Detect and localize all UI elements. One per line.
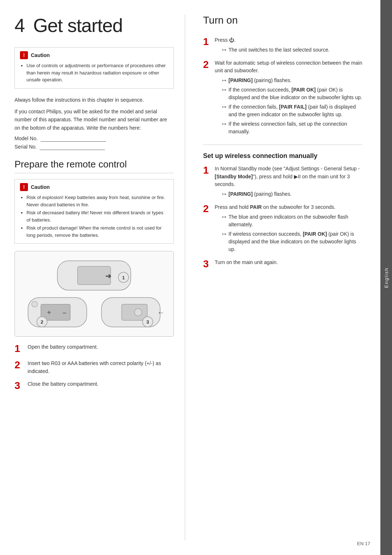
step-2-num: 2 [15, 360, 23, 371]
turn-on-step-2-content: Wait for automatic setup of wireless con… [215, 59, 363, 137]
second-caution-item-1: Risk of explosion! Keep batteries away f… [26, 194, 168, 208]
caution-icon-2: ! [20, 183, 28, 191]
svg-text:−: − [62, 309, 66, 317]
step-2-text: Insert two R03 or AAA batteries with cor… [28, 360, 174, 375]
wireless-section-heading: Set up wireless connection manually [203, 152, 363, 160]
second-caution-list: Risk of explosion! Keep batteries away f… [20, 194, 168, 239]
turn-on-bullet-2-4: ↦ If the wireless connection fails, set … [222, 120, 363, 135]
turn-on-bullet-2-1: ↦ [PAIRING] (pairing) flashes. [222, 77, 363, 84]
wireless-step-1-content: In Normal Standby mode (see "Adjust Sett… [215, 165, 363, 200]
wireless-bullet-1-1: ↦ [PAIRING] (pairing) flashes. [222, 190, 363, 198]
wireless-step-3-num: 3 [203, 259, 211, 270]
turn-on-step-2: 2 Wait for automatic setup of wireless c… [203, 59, 363, 137]
turn-on-b2-3-text: If the connection fails, [PAIR FAIL] (pa… [229, 103, 363, 118]
turn-on-b2-1-text: [PAIRING] (pairing) flashes. [229, 77, 292, 84]
first-caution-label: Caution [31, 52, 50, 58]
wireless-bullet-2-2: ↦ If wireless connection succeeds, [PAIR… [222, 230, 363, 253]
side-tab: English [380, 0, 392, 555]
second-caution-label: Caution [31, 184, 50, 190]
wireless-step-1-main: In Normal Standby mode (see "Adjust Sett… [215, 166, 360, 187]
turn-on-step-2-num: 2 [203, 59, 211, 137]
svg-text:3: 3 [146, 319, 149, 325]
first-caution-header: ! Caution [20, 51, 168, 59]
step-3-close: 3 Close the battery compartment. [15, 380, 174, 392]
svg-text:2: 2 [41, 319, 43, 325]
left-column: 4 Get started ! Caution Use of controls … [15, 15, 185, 540]
svg-text:1: 1 [122, 275, 124, 280]
svg-point-9 [32, 301, 37, 307]
turn-on-b2-2-text: If the connection succeeds, [PAIR OK] (p… [229, 86, 363, 101]
model-underline [41, 135, 106, 142]
turn-on-bullet-2-3: ↦ If the connection fails, [PAIR FAIL] (… [222, 103, 363, 118]
chapter-title: Get started [33, 15, 122, 36]
second-caution-item-2: Risk of decreased battery life! Never mi… [26, 209, 168, 223]
svg-point-14 [134, 309, 142, 316]
model-field: Model No. [15, 135, 174, 142]
remote-svg: ➜ 1 + − 2 [21, 257, 168, 331]
first-caution-box: ! Caution Use of controls or adjustments… [15, 47, 174, 89]
svg-text:←: ← [157, 308, 164, 316]
chapter-heading: 4 Get started [15, 15, 174, 36]
wireless-step-2-content: Press and hold PAIR on the subwoofer for… [215, 203, 363, 255]
intro-para-1: Always follow the instructions in this c… [15, 96, 174, 104]
serial-field: Serial No. [15, 144, 174, 150]
wireless-step-2: 2 Press and hold PAIR on the subwoofer f… [203, 203, 363, 255]
turn-on-step-1-main: Press ⏻. [215, 37, 236, 43]
turn-on-step-1-content: Press ⏻. ↦ The unit switches to the last… [215, 36, 363, 56]
right-column: Turn on 1 Press ⏻. ↦ The unit switches t… [200, 15, 363, 540]
step-3-num: 3 [15, 380, 23, 392]
wireless-step-2-num: 2 [203, 203, 211, 255]
turn-on-bullet-1: ↦ The unit switches to the last selected… [222, 46, 363, 54]
turn-on-step-1: 1 Press ⏻. ↦ The unit switches to the la… [203, 36, 363, 56]
wireless-b2-1-text: The blue and green indicators on the sub… [229, 213, 363, 228]
first-caution-item-1: Use of controls or adjustments or perfor… [26, 62, 168, 84]
wireless-step-2-main: Press and hold PAIR on the subwoofer for… [215, 204, 336, 210]
turn-on-bullet-2-2: ↦ If the connection succeeds, [PAIR OK] … [222, 86, 363, 101]
wireless-step-1: 1 In Normal Standby mode (see "Adjust Se… [203, 165, 363, 200]
intro-para-2: If you contact Philips, you will be aske… [15, 108, 174, 132]
step-1-num: 1 [15, 343, 23, 355]
wireless-b2-2-text: If wireless connection succeeds, [PAIR O… [229, 230, 363, 253]
wireless-b1-1-text: [PAIRING] (pairing) flashes. [229, 190, 292, 198]
prepare-remote-heading: Prepare the remote control [15, 159, 174, 173]
section-divider [203, 145, 363, 145]
turn-on-step-1-num: 1 [203, 36, 211, 56]
turn-on-bullet-1-text: The unit switches to the last selected s… [229, 46, 330, 54]
second-caution-item-3: Risk of product damage! When the remote … [26, 224, 168, 239]
step-2-insert: 2 Insert two R03 or AAA batteries with c… [15, 360, 174, 375]
footer-text: EN 17 [357, 541, 370, 546]
serial-underline [40, 144, 105, 150]
turn-on-heading: Turn on [203, 15, 363, 29]
step-1-open: 1 Open the battery compartment. [15, 343, 174, 355]
svg-text:+: + [47, 309, 51, 316]
caution-icon-1: ! [20, 51, 28, 59]
remote-illustration: ➜ 1 + − 2 [15, 251, 174, 337]
step-1-text: Open the battery compartment. [28, 343, 98, 351]
wireless-step-1-num: 1 [203, 165, 211, 200]
wireless-bullet-2-1: ↦ The blue and green indicators on the s… [222, 213, 363, 228]
step-3-text: Close the battery compartment. [28, 380, 98, 388]
turn-on-b2-4-text: If the wireless connection fails, set up… [229, 120, 363, 135]
turn-on-step-2-main: Wait for automatic setup of wireless con… [215, 60, 362, 74]
footer: EN 17 [357, 541, 370, 546]
second-caution-header: ! Caution [20, 183, 168, 191]
wireless-step-3-content: Turn on the main unit again. [215, 259, 363, 270]
side-tab-label: English [384, 267, 389, 288]
wireless-step-3-main: Turn on the main unit again. [215, 259, 278, 265]
second-caution-box: ! Caution Risk of explosion! Keep batter… [15, 179, 174, 244]
svg-text:➜: ➜ [105, 272, 111, 280]
wireless-step-3: 3 Turn on the main unit again. [203, 259, 363, 270]
first-caution-list: Use of controls or adjustments or perfor… [20, 62, 168, 84]
chapter-number: 4 [15, 15, 25, 36]
